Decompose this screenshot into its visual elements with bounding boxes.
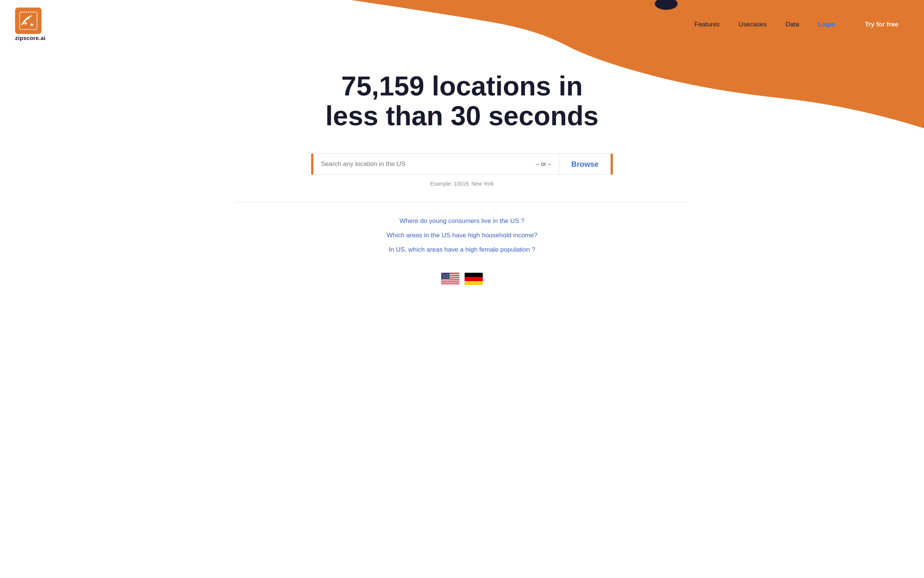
flags-section: ★ ★ ★ ★ ★ ★ ★ ★ ★ ★ ★ ★ ★ ★ ★ ★ ★ ★ ★ ★ … (15, 273, 909, 285)
nav: Features Usecases Data Login Try for fre… (694, 15, 909, 34)
header: ★ zipscore.ai Features Usecases Data Log… (0, 0, 924, 49)
svg-text:★: ★ (29, 21, 34, 28)
nav-data[interactable]: Data (786, 21, 799, 28)
svg-text:★ ★ ★ ★ ★: ★ ★ ★ ★ ★ (443, 278, 449, 280)
search-area: – or – Browse (311, 154, 613, 175)
nav-login[interactable]: Login (818, 21, 835, 28)
search-example: Example: 10019, New York (15, 181, 909, 187)
section-divider (236, 202, 688, 202)
svg-rect-9 (441, 282, 460, 283)
logo-icon: ★ (15, 8, 42, 34)
svg-rect-1 (19, 12, 37, 29)
browse-accent-right (611, 154, 613, 175)
question-link-3[interactable]: In US, which areas have a high female po… (15, 246, 909, 253)
hero-title: 75,159 locations in less than 30 seconds (292, 71, 632, 131)
questions-section: Where do young consumers live in the US … (15, 217, 909, 253)
try-free-button[interactable]: Try for free (854, 15, 909, 34)
browse-button[interactable]: Browse (559, 154, 611, 175)
search-input[interactable] (313, 154, 528, 175)
main-content: 75,159 locations in less than 30 seconds… (0, 49, 924, 300)
us-flag[interactable]: ★ ★ ★ ★ ★ ★ ★ ★ ★ ★ ★ ★ ★ ★ ★ ★ ★ ★ ★ ★ … (441, 273, 460, 285)
logo-container[interactable]: ★ zipscore.ai (15, 8, 45, 41)
hero-title-line2: less than 30 seconds (326, 101, 598, 131)
nav-usecases[interactable]: Usecases (738, 21, 767, 28)
svg-rect-8 (441, 280, 460, 281)
brand-name: zipscore.ai (15, 35, 45, 41)
question-link-2[interactable]: Which areas in the US have high househol… (15, 232, 909, 239)
svg-rect-10 (441, 284, 460, 285)
question-link-1[interactable]: Where do young consumers live in the US … (15, 217, 909, 225)
or-divider: – or – (528, 154, 559, 175)
hero-title-line1: 75,159 locations in (341, 71, 583, 101)
svg-point-2 (24, 22, 27, 24)
nav-features[interactable]: Features (694, 21, 720, 28)
de-flag[interactable] (464, 273, 483, 285)
